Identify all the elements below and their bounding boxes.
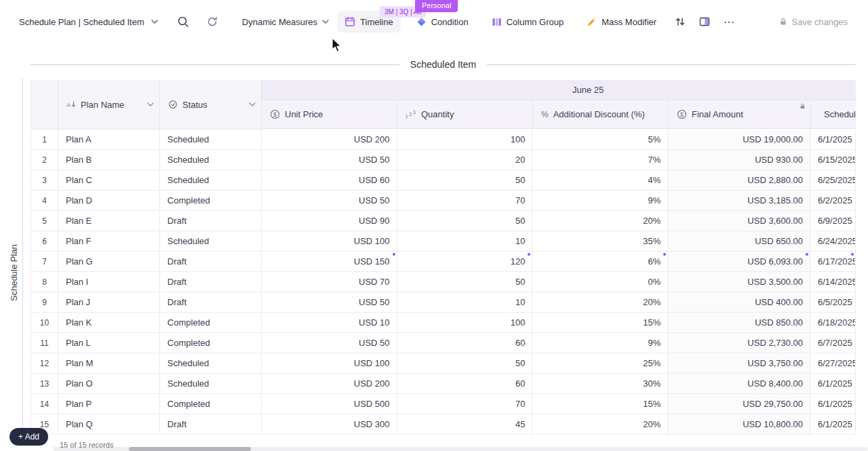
scheduled-date-cell[interactable]: 6/15/2025 xyxy=(810,150,856,170)
status-cell[interactable]: Completed xyxy=(160,394,262,414)
scheduled-date-cell[interactable]: 6/1/2025 xyxy=(810,130,856,149)
final-amount-cell[interactable]: USD 650.00 xyxy=(668,231,810,251)
quantity-cell[interactable]: 10 xyxy=(397,292,533,312)
quantity-cell[interactable]: 60 xyxy=(397,374,533,393)
status-cell[interactable]: Scheduled xyxy=(160,150,262,170)
unit-price-cell[interactable]: USD 200 xyxy=(262,374,397,393)
scheduled-date-cell[interactable]: 6/9/2025 xyxy=(810,211,856,231)
status-cell[interactable]: Scheduled xyxy=(160,374,262,393)
final-amount-cell[interactable]: USD 19,000.00 xyxy=(668,130,810,149)
final-amount-cell[interactable]: USD 8,400.00 xyxy=(668,374,810,393)
quantity-cell[interactable]: 100 xyxy=(397,130,533,149)
row-number-cell[interactable]: 3 xyxy=(31,170,58,190)
plan-name-cell[interactable]: Plan G xyxy=(58,252,160,271)
final-amount-cell[interactable]: USD 3,500.00 xyxy=(668,272,810,292)
unit-price-cell[interactable]: USD 50 xyxy=(262,292,397,312)
scheduled-date-cell[interactable]: 6/27/2025 xyxy=(810,353,856,373)
scheduled-date-cell[interactable]: 6/17/2025 xyxy=(810,252,856,271)
scheduled-date-cell[interactable]: 6/1/2025 xyxy=(810,394,856,414)
plan-name-cell[interactable]: Plan O xyxy=(58,374,160,393)
unit-price-cell[interactable]: USD 50 xyxy=(262,191,397,210)
scheduled-date-cell[interactable]: 6/5/2025 xyxy=(810,292,856,312)
final-amount-cell[interactable]: USD 2,880.00 xyxy=(668,170,810,190)
header-status[interactable]: Status xyxy=(160,80,262,129)
unit-price-cell[interactable]: USD 500 xyxy=(262,394,397,414)
quantity-cell[interactable]: 10 xyxy=(397,231,533,251)
quantity-cell[interactable]: 45 xyxy=(397,414,533,434)
status-cell[interactable]: Completed xyxy=(160,191,262,210)
plan-name-cell[interactable]: Plan D xyxy=(58,191,160,210)
plan-name-cell[interactable]: Plan K xyxy=(58,313,160,332)
unit-price-cell[interactable]: USD 50 xyxy=(262,150,397,170)
plan-name-cell[interactable]: Plan C xyxy=(58,170,160,190)
plan-name-cell[interactable]: Plan B xyxy=(58,150,160,170)
final-amount-cell[interactable]: USD 10,800.00 xyxy=(668,414,810,434)
scheduled-date-cell[interactable]: 6/1/2025 xyxy=(810,374,856,393)
final-amount-cell[interactable]: USD 29,750.00 xyxy=(668,394,810,414)
final-amount-cell[interactable]: USD 400.00 xyxy=(668,292,810,312)
final-amount-cell[interactable]: USD 3,600.00 xyxy=(668,211,810,231)
sort-button[interactable] xyxy=(672,14,688,30)
plan-name-cell[interactable]: Plan I xyxy=(58,272,160,292)
row-number-cell[interactable]: 1 xyxy=(31,130,58,149)
plan-name-cell[interactable]: Plan J xyxy=(58,292,160,312)
discount-cell[interactable]: 0% xyxy=(532,272,668,292)
status-cell[interactable]: Draft xyxy=(160,272,262,292)
status-cell[interactable]: Draft xyxy=(160,211,262,231)
discount-cell[interactable]: 20% xyxy=(532,292,668,312)
scheduled-date-cell[interactable]: 6/25/2025 xyxy=(810,170,856,190)
unit-price-cell[interactable]: USD 90 xyxy=(262,211,397,231)
quantity-cell[interactable]: 50 xyxy=(397,272,533,292)
quantity-cell[interactable]: 20 xyxy=(397,150,533,170)
row-number-cell[interactable]: 8 xyxy=(31,272,58,292)
row-number-cell[interactable]: 2 xyxy=(31,150,58,170)
unit-price-cell[interactable]: USD 150 xyxy=(262,252,397,271)
unit-price-cell[interactable]: USD 60 xyxy=(262,170,397,190)
chevron-down-icon[interactable] xyxy=(249,102,256,106)
status-cell[interactable]: Completed xyxy=(160,333,262,353)
discount-cell[interactable]: 35% xyxy=(532,231,668,251)
unit-price-cell[interactable]: USD 300 xyxy=(262,414,397,434)
discount-cell[interactable]: 20% xyxy=(532,414,668,434)
status-cell[interactable]: Draft xyxy=(160,292,262,312)
quantity-cell[interactable]: 120 xyxy=(397,252,533,271)
scheduled-date-cell[interactable]: 6/1/2025 xyxy=(810,414,856,434)
header-additional-discount[interactable]: % Additional Discount (%) xyxy=(533,100,669,128)
status-cell[interactable]: Draft xyxy=(160,414,262,434)
plan-name-cell[interactable]: Plan E xyxy=(58,211,160,231)
final-amount-cell[interactable]: USD 850.00 xyxy=(668,313,810,332)
plan-name-cell[interactable]: Plan Q xyxy=(58,414,160,434)
row-number-cell[interactable]: 7 xyxy=(31,252,58,271)
column-group-header-june-25[interactable]: June 25 xyxy=(262,80,856,100)
unit-price-cell[interactable]: USD 100 xyxy=(262,353,397,373)
unit-price-cell[interactable]: USD 100 xyxy=(262,231,397,251)
final-amount-cell[interactable]: USD 930.00 xyxy=(668,150,810,170)
more-options-button[interactable]: ⋯ xyxy=(721,13,738,31)
add-row-button[interactable]: + Add xyxy=(9,428,48,446)
scheduled-date-cell[interactable]: 6/24/2025 xyxy=(810,231,856,251)
row-number-cell[interactable]: 4 xyxy=(31,191,58,210)
quantity-cell[interactable]: 50 xyxy=(397,353,533,373)
discount-cell[interactable]: 9% xyxy=(532,333,668,353)
status-cell[interactable]: Scheduled xyxy=(160,170,262,190)
column-group-button[interactable]: Column Group xyxy=(484,12,572,33)
chevron-down-icon[interactable] xyxy=(147,102,154,106)
row-number-cell[interactable]: 12 xyxy=(31,353,58,373)
unit-price-cell[interactable]: USD 10 xyxy=(262,313,397,332)
scheduled-date-cell[interactable]: 6/2/2025 xyxy=(810,191,856,210)
status-cell[interactable]: Completed xyxy=(160,313,262,332)
header-row-number[interactable] xyxy=(31,80,58,129)
board-columns-button[interactable] xyxy=(696,14,713,30)
scheduled-date-cell[interactable]: 6/18/2025 xyxy=(810,313,856,332)
final-amount-cell[interactable]: USD 3,185.00 xyxy=(668,191,810,210)
discount-cell[interactable]: 7% xyxy=(532,150,668,170)
header-quantity[interactable]: 123 Quantity xyxy=(397,100,533,128)
header-plan-name[interactable]: A Plan Name xyxy=(58,80,160,129)
view-selector-dropdown[interactable]: Schedule Plan | Scheduled Item xyxy=(11,12,166,33)
header-unit-price[interactable]: $ Unit Price xyxy=(262,100,397,128)
final-amount-cell[interactable]: USD 2,730.00 xyxy=(668,333,810,353)
refresh-button[interactable] xyxy=(204,14,220,30)
row-number-cell[interactable]: 11 xyxy=(31,333,58,353)
quantity-cell[interactable]: 70 xyxy=(397,394,533,414)
plan-name-cell[interactable]: Plan A xyxy=(58,130,160,149)
